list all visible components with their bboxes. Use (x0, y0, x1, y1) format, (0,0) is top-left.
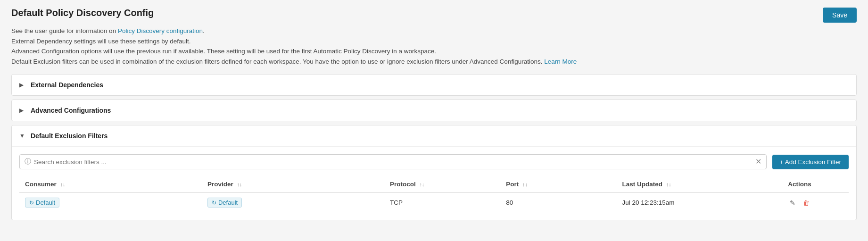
default-exclusion-filters-title: Default Exclusion Filters (31, 132, 107, 140)
external-dependencies-chevron: ▶ (19, 81, 27, 89)
info-icon: ⓘ (25, 158, 31, 166)
provider-tag-icon-0: ↻ (212, 199, 216, 206)
info-line2: External Dependency settings will use th… (11, 36, 857, 47)
save-button[interactable]: Save (823, 8, 857, 23)
default-exclusion-filters-header[interactable]: ▼ Default Exclusion Filters (12, 125, 856, 146)
sort-icon-port: ↑↓ (522, 182, 528, 187)
external-dependencies-header[interactable]: ▶ External Dependencies (12, 75, 856, 95)
page-title: Default Policy Discovery Config (11, 8, 857, 18)
column-header-provider[interactable]: Provider ↑↓ (202, 176, 384, 193)
sort-icon-last-updated: ↑↓ (666, 182, 671, 187)
column-header-protocol[interactable]: Protocol ↑↓ (384, 176, 500, 193)
table-header-row: Consumer ↑↓ Provider ↑↓ Protocol ↑↓ Po (19, 176, 849, 193)
provider-value-0: Default (218, 199, 238, 206)
sort-icon-provider: ↑↓ (237, 182, 242, 187)
advanced-configurations-header[interactable]: ▶ Advanced Configurations (12, 100, 856, 121)
default-exclusion-filters-section: ▼ Default Exclusion Filters ⓘ ✕ + Add Ex… (11, 125, 857, 220)
search-input-wrapper: ⓘ ✕ (19, 154, 767, 169)
search-row: ⓘ ✕ + Add Exclusion Filter (19, 154, 849, 169)
cell-port-0: 80 (500, 193, 616, 213)
sort-icon-protocol: ↑↓ (419, 182, 424, 187)
column-header-last-updated[interactable]: Last Updated ↑↓ (616, 176, 782, 193)
provider-badge-0: ↻ Default (207, 198, 242, 208)
consumer-value-0: Default (36, 199, 55, 206)
cell-provider-0: ↻ Default (202, 193, 384, 213)
table-row: ↻ Default ↻ Default TCP 80 Jul 20 12:23:… (19, 193, 849, 213)
cell-last-updated-0: Jul 20 12:23:15am (616, 193, 782, 213)
external-dependencies-title: External Dependencies (31, 81, 103, 89)
info-line1: See the user guide for information on Po… (11, 26, 857, 36)
cell-consumer-0: ↻ Default (19, 193, 202, 213)
learn-more-link[interactable]: Learn More (544, 58, 577, 65)
info-line3: Advanced Configuration options will use … (11, 46, 857, 57)
sort-icon-consumer: ↑↓ (60, 182, 66, 187)
consumer-badge-0: ↻ Default (25, 198, 59, 208)
clear-search-icon[interactable]: ✕ (755, 158, 761, 166)
delete-button-0[interactable]: 🗑 (801, 198, 811, 208)
advanced-configurations-section: ▶ Advanced Configurations (11, 100, 857, 121)
edit-button-0[interactable]: ✎ (788, 198, 797, 208)
exclusion-filters-table: Consumer ↑↓ Provider ↑↓ Protocol ↑↓ Po (19, 176, 849, 212)
consumer-tag-icon-0: ↻ (29, 199, 34, 206)
policy-discovery-link[interactable]: Policy Discovery configuration (118, 27, 203, 34)
exclusion-filters-content: ⓘ ✕ + Add Exclusion Filter Consumer ↑↓ (12, 146, 856, 220)
info-line4: Default Exclusion filters can be used in… (11, 57, 857, 67)
external-dependencies-section: ▶ External Dependencies (11, 74, 857, 96)
search-input[interactable] (34, 158, 755, 166)
advanced-configurations-title: Advanced Configurations (31, 107, 111, 114)
cell-actions-0: ✎ 🗑 (782, 193, 849, 213)
add-exclusion-filter-button[interactable]: + Add Exclusion Filter (772, 155, 849, 169)
column-header-consumer[interactable]: Consumer ↑↓ (19, 176, 202, 193)
advanced-configurations-chevron: ▶ (19, 107, 27, 114)
column-header-port[interactable]: Port ↑↓ (500, 176, 616, 193)
cell-protocol-0: TCP (384, 193, 500, 213)
info-section: See the user guide for information on Po… (11, 26, 857, 66)
column-header-actions: Actions (782, 176, 849, 193)
default-exclusion-filters-chevron: ▼ (19, 132, 27, 140)
